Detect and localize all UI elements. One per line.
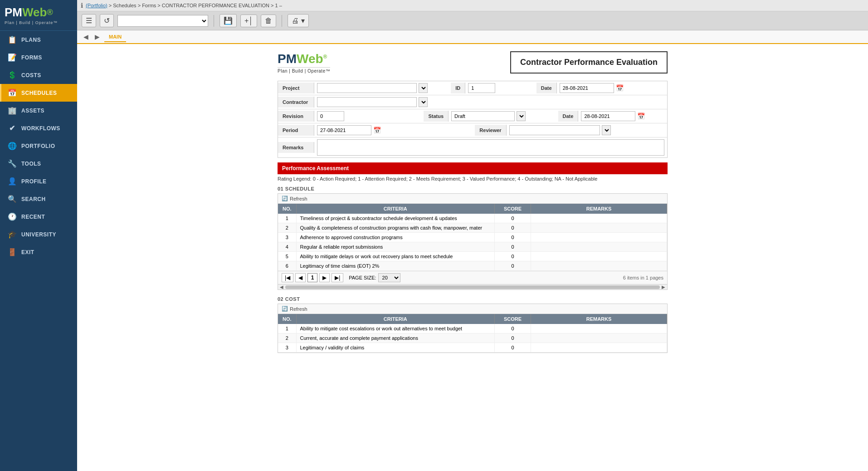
status-value: ▼: [449, 109, 558, 123]
main-tab[interactable]: MAIN: [104, 32, 126, 42]
sidebar-item-label-exit: EXIT: [21, 249, 34, 255]
scroll-track[interactable]: [285, 285, 660, 289]
row-remarks: [531, 324, 667, 334]
info-icon: ℹ: [81, 2, 83, 9]
contractor-dropdown[interactable]: ▼: [419, 97, 428, 107]
sidebar: PMWeb ® Plan | Build | Operate™ 📋 PLANS …: [0, 0, 77, 471]
logo-web: Web: [22, 5, 47, 20]
contractor-input[interactable]: [317, 97, 417, 107]
period-input[interactable]: [317, 125, 371, 135]
current-page-button[interactable]: 1: [307, 273, 317, 282]
row-criteria: Adherence to approved construction progr…: [296, 233, 495, 242]
sidebar-item-label-plans: PLANS: [21, 37, 41, 43]
logo-tagline: Plan | Build | Operate™: [5, 20, 73, 25]
reviewer-input[interactable]: [509, 125, 600, 135]
prev-page-button[interactable]: ◀: [295, 273, 306, 282]
schedule-table-container: 🔄 Refresh NO. CRITERIA SCORE REMARKS: [278, 193, 668, 290]
row-score: 0: [495, 233, 531, 242]
status-input[interactable]: [451, 111, 515, 121]
first-page-button[interactable]: |◀: [282, 273, 293, 282]
period-calendar-icon[interactable]: 📅: [373, 127, 381, 134]
sidebar-item-schedules[interactable]: 📅 SCHEDULES: [0, 84, 77, 102]
form-row-revision: Revision Status ▼ Date 📅: [278, 109, 667, 123]
status-date-calendar-icon[interactable]: 📅: [637, 113, 645, 120]
sidebar-item-forms[interactable]: 📝 FORMS: [0, 49, 77, 66]
plans-icon: 📋: [8, 35, 17, 44]
sidebar-item-workflows[interactable]: ✔ WORKFLOWS: [0, 119, 77, 137]
status-date-input[interactable]: [581, 111, 635, 121]
sub-toolbar-left-arrow[interactable]: ◀: [82, 32, 90, 41]
schedule-refresh-button[interactable]: 🔄 Refresh: [282, 196, 307, 201]
status-date-label: Date: [558, 111, 579, 122]
project-dropdown[interactable]: ▼: [419, 83, 428, 93]
profile-icon: 👤: [8, 177, 17, 186]
content-area: PMWeb® Plan | Build | Operate™ Contracto…: [77, 44, 868, 471]
breadcrumb-portfolio[interactable]: (Portfolio): [86, 3, 107, 8]
revision-label: Revision: [278, 111, 314, 122]
menu-button[interactable]: ☰: [82, 14, 96, 27]
contractor-value: ▼: [314, 95, 667, 109]
last-page-button[interactable]: ▶|: [332, 273, 343, 282]
sidebar-item-exit[interactable]: 🚪 EXIT: [0, 243, 77, 261]
row-criteria: Timeliness of project & subcontractor sc…: [296, 214, 495, 223]
sidebar-item-assets[interactable]: 🏢 ASSETS: [0, 102, 77, 119]
sub-toolbar-right-arrow[interactable]: ▶: [93, 32, 102, 41]
scroll-right-arrow[interactable]: ▶: [660, 285, 667, 289]
cost-col-score: SCORE: [495, 314, 531, 324]
row-score: 0: [495, 223, 531, 233]
sidebar-item-label-university: UNIVERSITY: [21, 231, 56, 238]
row-score: 0: [495, 242, 531, 252]
sidebar-item-costs[interactable]: 💲 COSTS: [0, 66, 77, 84]
revision-input[interactable]: [317, 111, 344, 121]
row-number: 2: [278, 334, 296, 343]
cost-refresh-button[interactable]: 🔄 Refresh: [282, 306, 307, 312]
reviewer-dropdown[interactable]: ▼: [602, 125, 611, 135]
page-size-select[interactable]: 20 50 100: [378, 273, 400, 282]
university-icon: 🎓: [8, 230, 17, 239]
next-page-button[interactable]: ▶: [319, 273, 330, 282]
row-number: 5: [278, 252, 296, 261]
sidebar-item-search[interactable]: 🔍 SEARCH: [0, 190, 77, 208]
toolbar-dropdown[interactable]: [117, 15, 208, 27]
save-button[interactable]: 💾: [219, 14, 237, 27]
cost-table-container: 🔄 Refresh NO. CRITERIA SCORE REMARKS: [278, 304, 668, 353]
row-remarks: [531, 223, 667, 233]
row-score: 0: [495, 334, 531, 343]
toolbar: ☰ ↺ 💾 +│ 🗑 🖨 ▾: [77, 11, 868, 30]
sidebar-item-university[interactable]: 🎓 UNIVERSITY: [0, 226, 77, 243]
date-value: 📅: [557, 81, 667, 95]
sub-toolbar: ◀ ▶ MAIN: [77, 30, 868, 44]
date-calendar-icon[interactable]: 📅: [616, 84, 624, 92]
sidebar-item-portfolio[interactable]: 🌐 PORTFOLIO: [0, 137, 77, 155]
cost-col-criteria: CRITERIA: [296, 314, 495, 324]
row-number: 2: [278, 223, 296, 233]
sidebar-item-label-recent: RECENT: [21, 214, 45, 220]
back-button[interactable]: ↺: [100, 14, 114, 27]
form-logo-tagline: Plan | Build | Operate™: [278, 67, 330, 74]
table-row: 3 Legitimacy / validity of claims 0: [278, 343, 667, 353]
sidebar-item-label-schedules: SCHEDULES: [21, 90, 57, 96]
form-logo-pm: PM: [278, 52, 297, 66]
table-row: 6 Legitimacy of time claims (EOT) 2% 0: [278, 261, 667, 271]
form-fields: Project ▼ ID Date 📅: [278, 81, 668, 158]
form-row-period: Period 📅 Reviewer ▼: [278, 123, 667, 137]
id-input[interactable]: [468, 83, 495, 93]
project-input[interactable]: [317, 83, 417, 93]
sidebar-item-profile[interactable]: 👤 PROFILE: [0, 172, 77, 190]
project-label: Project: [278, 83, 314, 93]
add-button[interactable]: +│: [240, 15, 257, 27]
row-remarks: [531, 343, 667, 353]
status-dropdown[interactable]: ▼: [517, 111, 526, 121]
scroll-left-arrow[interactable]: ◀: [278, 285, 285, 289]
date-input[interactable]: [560, 83, 614, 93]
sidebar-item-tools[interactable]: 🔧 TOOLS: [0, 155, 77, 172]
sidebar-item-recent[interactable]: 🕐 RECENT: [0, 208, 77, 226]
remarks-textarea[interactable]: [317, 139, 664, 156]
col-no: NO.: [278, 204, 296, 214]
sidebar-item-plans[interactable]: 📋 PLANS: [0, 31, 77, 49]
reviewer-value: ▼: [507, 123, 667, 137]
id-label: ID: [451, 83, 465, 93]
print-button[interactable]: 🖨 ▾: [288, 14, 308, 27]
date-label: Date: [536, 83, 557, 93]
delete-button[interactable]: 🗑: [261, 15, 276, 27]
